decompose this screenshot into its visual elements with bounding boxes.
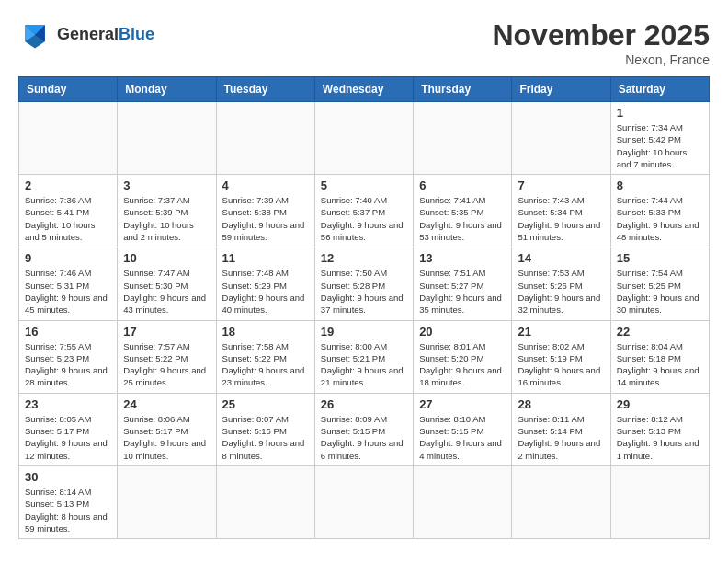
day-number: 18 [222,325,309,339]
calendar-week-5: 23Sunrise: 8:05 AM Sunset: 5:17 PM Dayli… [19,393,710,465]
day-number: 4 [222,178,309,192]
day-info: Sunrise: 7:57 AM Sunset: 5:22 PM Dayligh… [123,340,210,389]
day-number: 14 [518,251,604,265]
day-number: 19 [321,325,407,339]
calendar-day-cell: 12Sunrise: 7:50 AM Sunset: 5:28 PM Dayli… [314,247,413,320]
calendar-day-cell: 15Sunrise: 7:54 AM Sunset: 5:25 PM Dayli… [610,247,709,320]
calendar-day-cell: 8Sunrise: 7:44 AM Sunset: 5:33 PM Daylig… [610,175,709,247]
day-info: Sunrise: 7:53 AM Sunset: 5:26 PM Dayligh… [518,267,604,316]
day-info: Sunrise: 7:44 AM Sunset: 5:33 PM Dayligh… [617,194,703,243]
day-number: 3 [123,178,210,192]
weekday-header-saturday: Saturday [610,77,709,102]
day-number: 9 [25,251,111,265]
calendar-week-6: 30Sunrise: 8:14 AM Sunset: 5:13 PM Dayli… [19,465,710,538]
day-number: 13 [419,251,506,265]
location: Nexon, France [492,52,710,67]
calendar-day-cell: 29Sunrise: 8:12 AM Sunset: 5:13 PM Dayli… [610,393,709,465]
calendar-day-cell: 28Sunrise: 8:11 AM Sunset: 5:14 PM Dayli… [512,393,610,465]
day-info: Sunrise: 7:50 AM Sunset: 5:28 PM Dayligh… [321,267,407,316]
day-info: Sunrise: 8:05 AM Sunset: 5:17 PM Dayligh… [25,413,111,462]
title-block: November 2025 Nexon, France [492,18,710,67]
calendar-day-cell: 11Sunrise: 7:48 AM Sunset: 5:29 PM Dayli… [216,247,314,320]
calendar-day-cell [19,102,118,175]
day-number: 24 [123,397,210,411]
day-info: Sunrise: 8:11 AM Sunset: 5:14 PM Dayligh… [518,413,604,462]
logo-icon [18,18,51,52]
weekday-header-monday: Monday [118,77,216,102]
day-number: 2 [25,178,111,192]
day-number: 16 [25,325,111,339]
day-info: Sunrise: 7:34 AM Sunset: 5:42 PM Dayligh… [617,121,703,170]
calendar-day-cell: 26Sunrise: 8:09 AM Sunset: 5:15 PM Dayli… [314,393,413,465]
day-info: Sunrise: 7:54 AM Sunset: 5:25 PM Dayligh… [617,267,703,316]
weekday-header-tuesday: Tuesday [216,77,314,102]
weekday-header-friday: Friday [512,77,610,102]
day-info: Sunrise: 8:14 AM Sunset: 5:13 PM Dayligh… [25,486,111,534]
day-number: 21 [518,325,604,339]
calendar-day-cell: 14Sunrise: 7:53 AM Sunset: 5:26 PM Dayli… [512,247,610,320]
calendar-day-cell: 24Sunrise: 8:06 AM Sunset: 5:17 PM Dayli… [118,393,216,465]
calendar-day-cell: 30Sunrise: 8:14 AM Sunset: 5:13 PM Dayli… [19,465,118,538]
calendar-day-cell: 3Sunrise: 7:37 AM Sunset: 5:39 PM Daylig… [118,175,216,247]
calendar-day-cell: 6Sunrise: 7:41 AM Sunset: 5:35 PM Daylig… [414,175,512,247]
logo: GeneralBlue [18,18,154,52]
day-info: Sunrise: 7:39 AM Sunset: 5:38 PM Dayligh… [222,194,309,243]
day-number: 5 [321,178,407,192]
day-number: 15 [617,251,703,265]
calendar-week-4: 16Sunrise: 7:55 AM Sunset: 5:23 PM Dayli… [19,320,710,393]
calendar-day-cell: 23Sunrise: 8:05 AM Sunset: 5:17 PM Dayli… [19,393,118,465]
day-number: 20 [419,325,506,339]
calendar-day-cell: 25Sunrise: 8:07 AM Sunset: 5:16 PM Dayli… [216,393,314,465]
calendar-day-cell: 27Sunrise: 8:10 AM Sunset: 5:15 PM Dayli… [414,393,512,465]
day-info: Sunrise: 8:12 AM Sunset: 5:13 PM Dayligh… [617,413,703,462]
calendar-day-cell: 16Sunrise: 7:55 AM Sunset: 5:23 PM Dayli… [19,320,118,393]
calendar-day-cell: 1Sunrise: 7:34 AM Sunset: 5:42 PM Daylig… [610,102,709,175]
calendar-day-cell: 4Sunrise: 7:39 AM Sunset: 5:38 PM Daylig… [216,175,314,247]
day-info: Sunrise: 7:40 AM Sunset: 5:37 PM Dayligh… [321,194,407,243]
day-number: 23 [25,397,111,411]
calendar-day-cell [610,465,709,538]
calendar-day-cell: 5Sunrise: 7:40 AM Sunset: 5:37 PM Daylig… [314,175,413,247]
calendar-day-cell: 22Sunrise: 8:04 AM Sunset: 5:18 PM Dayli… [610,320,709,393]
day-info: Sunrise: 7:58 AM Sunset: 5:22 PM Dayligh… [222,340,309,389]
day-info: Sunrise: 7:41 AM Sunset: 5:35 PM Dayligh… [419,194,506,243]
weekday-header-wednesday: Wednesday [314,77,413,102]
day-info: Sunrise: 8:01 AM Sunset: 5:20 PM Dayligh… [419,340,506,389]
day-number: 8 [617,178,703,192]
day-info: Sunrise: 7:43 AM Sunset: 5:34 PM Dayligh… [518,194,604,243]
weekday-header-sunday: Sunday [19,77,118,102]
day-number: 17 [123,325,210,339]
calendar-day-cell [216,465,314,538]
day-number: 26 [321,397,407,411]
calendar-day-cell [314,102,413,175]
day-info: Sunrise: 7:55 AM Sunset: 5:23 PM Dayligh… [25,340,111,389]
calendar-day-cell: 9Sunrise: 7:46 AM Sunset: 5:31 PM Daylig… [19,247,118,320]
weekday-header-thursday: Thursday [414,77,512,102]
day-info: Sunrise: 8:04 AM Sunset: 5:18 PM Dayligh… [617,340,703,389]
day-number: 1 [617,106,703,120]
calendar-day-cell: 21Sunrise: 8:02 AM Sunset: 5:19 PM Dayli… [512,320,610,393]
day-info: Sunrise: 7:47 AM Sunset: 5:30 PM Dayligh… [123,267,210,316]
calendar-day-cell: 18Sunrise: 7:58 AM Sunset: 5:22 PM Dayli… [216,320,314,393]
logo-text: GeneralBlue [57,26,154,44]
day-number: 11 [222,251,309,265]
calendar: SundayMondayTuesdayWednesdayThursdayFrid… [18,76,710,539]
calendar-day-cell: 2Sunrise: 7:36 AM Sunset: 5:41 PM Daylig… [19,175,118,247]
day-info: Sunrise: 8:07 AM Sunset: 5:16 PM Dayligh… [222,413,309,462]
page-header: GeneralBlue November 2025 Nexon, France [18,18,710,67]
day-info: Sunrise: 8:02 AM Sunset: 5:19 PM Dayligh… [518,340,604,389]
day-number: 29 [617,397,703,411]
calendar-day-cell [512,465,610,538]
calendar-day-cell [512,102,610,175]
weekday-header-row: SundayMondayTuesdayWednesdayThursdayFrid… [19,77,710,102]
calendar-week-1: 1Sunrise: 7:34 AM Sunset: 5:42 PM Daylig… [19,102,710,175]
day-info: Sunrise: 7:36 AM Sunset: 5:41 PM Dayligh… [25,194,111,243]
day-number: 25 [222,397,309,411]
day-info: Sunrise: 8:10 AM Sunset: 5:15 PM Dayligh… [419,413,506,462]
day-info: Sunrise: 8:09 AM Sunset: 5:15 PM Dayligh… [321,413,407,462]
calendar-day-cell [118,465,216,538]
calendar-day-cell: 19Sunrise: 8:00 AM Sunset: 5:21 PM Dayli… [314,320,413,393]
day-number: 12 [321,251,407,265]
day-info: Sunrise: 8:00 AM Sunset: 5:21 PM Dayligh… [321,340,407,389]
day-number: 30 [25,470,111,484]
